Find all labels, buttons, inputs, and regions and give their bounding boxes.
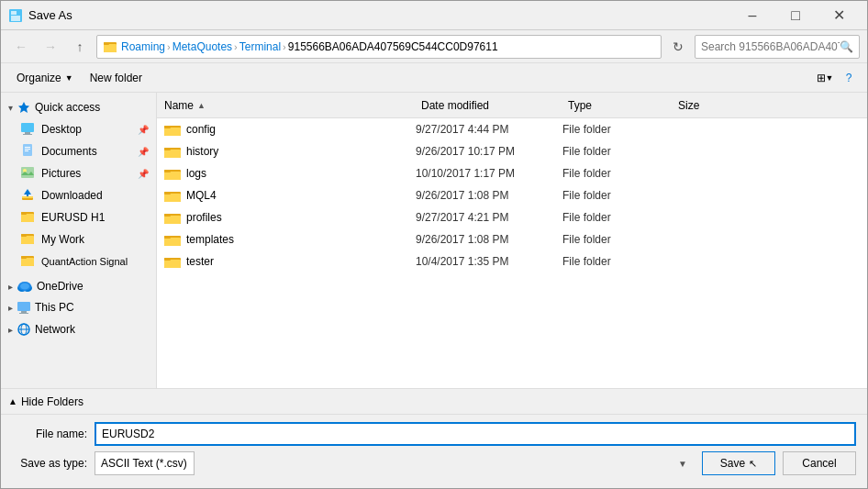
maximize-button[interactable]: □ — [774, 1, 817, 30]
sidebar-item-pictures[interactable]: Pictures 📌 — [1, 162, 156, 184]
network-label: Network — [35, 323, 75, 336]
svg-rect-12 — [25, 149, 30, 150]
minimize-button[interactable]: – — [731, 1, 773, 30]
refresh-button[interactable]: ↻ — [665, 34, 691, 60]
filename-label: File name: — [12, 428, 95, 440]
view-button[interactable]: ⊞ ▼ — [812, 67, 838, 89]
table-row[interactable]: logs 10/10/2017 1:17 PM File folder — [157, 162, 867, 184]
thispc-header[interactable]: ▸ This PC — [1, 296, 156, 318]
cancel-button[interactable]: Cancel — [783, 451, 856, 475]
folder-icon — [164, 189, 181, 202]
svg-rect-11 — [25, 147, 30, 148]
breadcrumb-bar[interactable]: Roaming › MetaQuotes › Terminal › 915566… — [96, 35, 662, 59]
view-icon: ⊞ — [817, 72, 826, 84]
sidebar-item-downloaded[interactable]: Downloaded — [1, 184, 156, 206]
search-icon: 🔍 — [840, 40, 853, 53]
forward-button[interactable]: → — [38, 34, 63, 60]
table-row[interactable]: tester 10/4/2017 1:35 PM File folder — [157, 250, 867, 272]
svg-rect-9 — [23, 134, 32, 135]
svg-rect-27 — [21, 256, 27, 259]
up-button[interactable]: ↑ — [67, 34, 93, 60]
svg-rect-55 — [164, 236, 171, 239]
sidebar-item-eurusd[interactable]: EURUSD H1 — [1, 206, 156, 228]
svg-rect-46 — [164, 170, 171, 172]
svg-rect-45 — [164, 172, 181, 180]
folder-icon — [164, 123, 181, 136]
col-date-header[interactable]: Date modified — [421, 99, 568, 112]
file-name-cell: config — [164, 123, 416, 136]
breadcrumb-sep2: › — [234, 41, 238, 52]
svg-rect-52 — [164, 214, 171, 217]
breadcrumb-part: Roaming — [121, 40, 165, 53]
filetype-label: Save as type: — [12, 457, 95, 470]
table-row[interactable]: config 9/27/2017 4:44 PM File folder — [157, 118, 867, 140]
col-size-header[interactable]: Size — [678, 99, 860, 112]
file-name-cell: history — [164, 145, 416, 158]
location-icon — [103, 39, 117, 54]
table-row[interactable]: history 9/26/2017 10:17 PM File folder — [157, 140, 867, 162]
svg-rect-1 — [11, 16, 20, 21]
desktop-pin: 📌 — [138, 125, 149, 135]
svg-rect-24 — [21, 234, 27, 237]
breadcrumb-sep3: › — [283, 41, 286, 52]
help-button[interactable]: ? — [838, 67, 860, 89]
breadcrumb-sep1: › — [167, 41, 171, 52]
breadcrumb-hash: 915566BA06ADA407569C544CC0D97611 — [288, 40, 498, 53]
search-box[interactable]: 🔍 — [695, 35, 860, 59]
svg-rect-57 — [164, 260, 181, 268]
new-folder-button[interactable]: New folder — [82, 67, 150, 89]
onedrive-icon — [17, 281, 33, 292]
onedrive-header[interactable]: ▸ OneDrive — [1, 276, 156, 296]
svg-rect-10 — [23, 144, 32, 156]
collapse-icon: ▲ — [8, 396, 17, 406]
quick-access-header[interactable]: ▾ Quick access — [1, 96, 156, 118]
col-name-header[interactable]: Name ▲ — [164, 99, 421, 112]
svg-rect-39 — [164, 128, 181, 136]
star-icon — [17, 100, 31, 115]
downloaded-icon — [19, 187, 36, 205]
filename-input[interactable] — [95, 422, 856, 446]
filetype-row: Save as type: ASCII Text (*.csv) Save ↖ … — [12, 451, 856, 475]
svg-rect-13 — [25, 150, 28, 151]
save-label: Save — [720, 457, 745, 470]
table-row[interactable]: MQL4 9/26/2017 1:08 PM File folder — [157, 184, 867, 206]
folder-icon — [164, 167, 181, 180]
file-name-cell: tester — [164, 255, 416, 268]
quick-access-label: Quick access — [35, 101, 100, 114]
close-button[interactable]: ✕ — [818, 1, 860, 30]
svg-rect-54 — [164, 238, 181, 246]
organize-button[interactable]: Organize ▼ — [8, 67, 82, 89]
network-header[interactable]: ▸ Network — [1, 318, 156, 340]
documents-label: Documents — [41, 145, 97, 158]
filename-row: File name: — [12, 422, 856, 446]
filetype-select[interactable]: ASCII Text (*.csv) — [95, 451, 195, 475]
svg-rect-2 — [11, 11, 17, 15]
folder-icon — [164, 145, 181, 158]
svg-marker-18 — [24, 189, 31, 196]
quantaction-icon — [19, 254, 36, 269]
file-list: config 9/27/2017 4:44 PM File folder his… — [157, 118, 867, 388]
table-row[interactable]: templates 9/26/2017 1:08 PM File folder — [157, 228, 867, 250]
svg-rect-40 — [164, 126, 171, 128]
hide-folders-bar[interactable]: ▲ Hide Folders — [1, 388, 867, 414]
back-button[interactable]: ← — [8, 34, 34, 60]
search-input[interactable] — [701, 40, 840, 53]
sidebar-item-mywork[interactable]: My Work — [1, 228, 156, 250]
svg-rect-17 — [22, 196, 33, 198]
title-bar: Save As – □ ✕ — [1, 1, 867, 30]
table-row[interactable]: profiles 9/27/2017 4:21 PM File folder — [157, 206, 867, 228]
sidebar: ▾ Quick access Desktop 📌 Documents 📌 — [1, 93, 157, 388]
svg-rect-49 — [164, 192, 171, 194]
breadcrumb-terminal: Terminal — [239, 40, 281, 53]
save-button[interactable]: Save ↖ — [702, 451, 775, 475]
breadcrumb-metaquotes: MetaQuotes — [172, 40, 232, 53]
quick-access-chevron: ▾ — [8, 103, 13, 113]
dialog-icon — [8, 8, 23, 23]
sidebar-item-quantaction[interactable]: QuantAction Signal — [1, 250, 156, 272]
sidebar-item-documents[interactable]: Documents 📌 — [1, 140, 156, 162]
col-type-header[interactable]: Type — [568, 99, 678, 112]
svg-rect-8 — [25, 132, 30, 134]
sidebar-item-desktop[interactable]: Desktop 📌 — [1, 118, 156, 140]
folder-icon — [164, 233, 181, 246]
svg-rect-7 — [21, 123, 34, 132]
